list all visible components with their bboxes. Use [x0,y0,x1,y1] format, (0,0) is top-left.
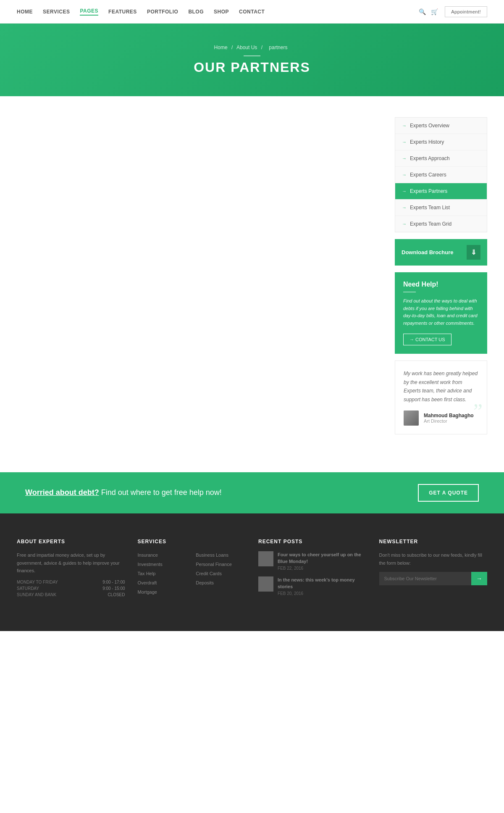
nav-contact[interactable]: CONTACT [239,9,265,15]
post-thumb-placeholder [258,576,273,592]
sidebar-item-partners[interactable]: → Experts Partners [395,183,487,200]
hours-value: 9:00 - 15:00 [102,586,125,591]
sidebar-item-label: Experts Partners [410,188,447,194]
get-a-quote-button[interactable]: GET A QUOTE [418,484,479,502]
arrow-icon: → [402,156,407,161]
sidebar-item-label: Experts History [410,139,444,145]
avatar-placeholder [404,410,419,426]
nav-icons: 🔍 🛒 [419,8,438,15]
arrow-icon: → [402,189,407,194]
nav-shop[interactable]: SHOP [214,9,229,15]
need-help-title: Need Help! [403,281,479,288]
cta-banner: Worried about debt? Find out where to ge… [0,472,504,513]
hours-value: 9:00 - 17:00 [102,580,125,584]
main-content: → Experts Overview → Experts History → E… [0,96,504,455]
service-link[interactable]: Tax Help [138,571,156,576]
sidebar-menu: → Experts Overview → Experts History → E… [395,117,487,232]
post-date: FEB 22, 2016 [278,566,367,571]
cta-normal-text: Find out where to get free help now! [101,488,222,497]
service-link[interactable]: Investments [138,562,163,567]
footer-posts-col: RECENT POSTS Four ways to cheer yourself… [258,539,367,602]
content-area [17,117,382,434]
testimonial-quote: My work has been greatly helped by the e… [404,369,478,404]
newsletter-input[interactable] [379,572,472,585]
author-info: Mahmoud Baghagho Art Director [424,413,474,424]
sidebar-item-history[interactable]: → Experts History [395,134,487,150]
newsletter-submit-button[interactable]: → [471,572,487,585]
hours-value: CLOSED [108,592,125,597]
nav-pages[interactable]: PAGES [80,8,98,16]
sidebar-item-label: Experts Team List [410,205,450,210]
hours-table: MONDAY TO FRIDAY 9:00 - 17:00 SATURDAY 9… [17,580,125,597]
author-role: Art Director [424,418,474,424]
download-icon: ⇓ [467,245,480,260]
sidebar: → Experts Overview → Experts History → E… [395,117,487,434]
service-link[interactable]: Mortgage [138,589,157,595]
nav-features[interactable]: FEATURES [108,9,137,15]
need-help-box: Need Help! Find out about the ways to de… [395,272,487,354]
footer-grid: ABOUT EXPERTS Free and impartial money a… [17,539,487,602]
arrow-icon: → [402,172,407,177]
sidebar-item-label: Experts Approach [410,155,450,161]
testimonial-author: Mahmoud Baghagho Art Director [404,410,478,426]
hours-label: MONDAY TO FRIDAY [17,580,58,584]
footer-about-heading: ABOUT EXPERTS [17,539,125,545]
service-link[interactable]: Personal Finance [196,562,232,567]
sidebar-item-careers[interactable]: → Experts Careers [395,167,487,183]
quote-decoration: ” [473,400,483,421]
services-list-2: Business Loans Personal Finance Credit C… [196,551,246,597]
service-link[interactable]: Insurance [138,553,158,558]
main-nav: HOME SERVICES PAGES FEATURES PORTFOLIO B… [17,8,265,16]
service-link[interactable]: Overdraft [138,580,157,585]
footer-about-text: Free and impartial money advice, set up … [17,551,125,575]
service-link[interactable]: Credit Cards [196,571,222,576]
post-thumbnail [258,576,273,592]
download-brochure-button[interactable]: Download Brochure ⇓ [395,239,487,266]
search-icon[interactable]: 🔍 [419,8,426,15]
footer-services-col: SERVICES Insurance Investments Tax Help … [138,539,246,602]
footer-newsletter-col: NEWSLETTER Don't miss to subscribe to ou… [379,539,488,602]
nav-right: 🔍 🛒 Appointment! [419,6,487,17]
sidebar-item-team-grid[interactable]: → Experts Team Grid [395,216,487,232]
hours-row: MONDAY TO FRIDAY 9:00 - 17:00 [17,580,125,584]
services-two-col: Insurance Investments Tax Help Overdraft… [138,551,246,597]
testimonial-box: My work has been greatly helped by the e… [395,360,487,434]
contact-us-button[interactable]: → CONTACT US [403,334,452,345]
footer-newsletter-heading: NEWSLETTER [379,539,488,545]
need-help-divider [403,292,416,292]
arrow-icon: → [402,139,407,145]
post-thumb-placeholder [258,551,273,566]
cta-text: Worried about debt? Find out where to ge… [25,488,222,497]
cart-icon[interactable]: 🛒 [431,8,438,15]
nav-services[interactable]: SERVICES [43,9,70,15]
arrow-icon: → [402,205,407,210]
hero-banner: Home / About Us / partners OUR PARTNERS [0,24,504,96]
hours-row: SUNDAY AND BANK CLOSED [17,592,125,597]
post-title-link[interactable]: In the news: this week's top money stori… [278,576,367,590]
services-list-1: Insurance Investments Tax Help Overdraft… [138,551,188,597]
post-date: FEB 20, 2016 [278,591,367,596]
sidebar-item-label: Experts Careers [410,172,446,178]
service-link[interactable]: Deposits [196,580,214,585]
sidebar-item-overview[interactable]: → Experts Overview [395,118,487,134]
service-link[interactable]: Business Loans [196,553,228,558]
hours-label: SATURDAY [17,586,39,591]
breadcrumb-current: partners [269,45,287,50]
sidebar-item-approach[interactable]: → Experts Approach [395,150,487,167]
download-brochure-label: Download Brochure [402,249,454,255]
main-header: HOME SERVICES PAGES FEATURES PORTFOLIO B… [0,0,504,24]
post-info: In the news: this week's top money stori… [278,576,367,596]
newsletter-input-row: → [379,572,488,585]
arrow-icon: → [402,123,407,128]
author-name: Mahmoud Baghagho [424,413,474,418]
nav-portfolio[interactable]: PORTFOLIO [147,9,178,15]
post-info: Four ways to cheer yourself up on the Bl… [278,551,367,571]
appointment-button[interactable]: Appointment! [445,6,487,17]
post-title-link[interactable]: Four ways to cheer yourself up on the Bl… [278,551,367,565]
nav-blog[interactable]: BLOG [188,9,204,15]
breadcrumb-about[interactable]: About Us [236,45,257,50]
breadcrumb-home[interactable]: Home [214,45,228,50]
sidebar-item-team-list[interactable]: → Experts Team List [395,200,487,216]
main-footer: ABOUT EXPERTS Free and impartial money a… [0,513,504,631]
nav-home[interactable]: HOME [17,9,33,15]
